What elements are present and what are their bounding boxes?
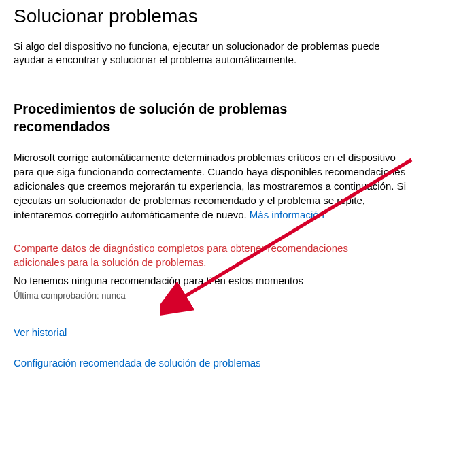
no-recommendations-text: No tenemos ninguna recomendación para ti… xyxy=(14,275,462,286)
intro-text: Si algo del dispositivo no funciona, eje… xyxy=(14,39,388,67)
more-info-link[interactable]: Más información xyxy=(250,209,324,220)
recommended-body: Microsoft corrige automáticamente determ… xyxy=(14,150,408,222)
share-diagnostics-link[interactable]: Comparte datos de diagnóstico completos … xyxy=(14,241,394,269)
view-history-link[interactable]: Ver historial xyxy=(14,326,462,338)
recommended-body-text: Microsoft corrige automáticamente determ… xyxy=(14,152,406,220)
recommended-config-link[interactable]: Configuración recomendada de solución de… xyxy=(14,357,462,369)
recommended-heading: Procedimientos de solución de problemas … xyxy=(14,100,354,135)
page-title: Solucionar problemas xyxy=(14,5,462,27)
last-check-text: Última comprobación: nunca xyxy=(14,290,462,301)
